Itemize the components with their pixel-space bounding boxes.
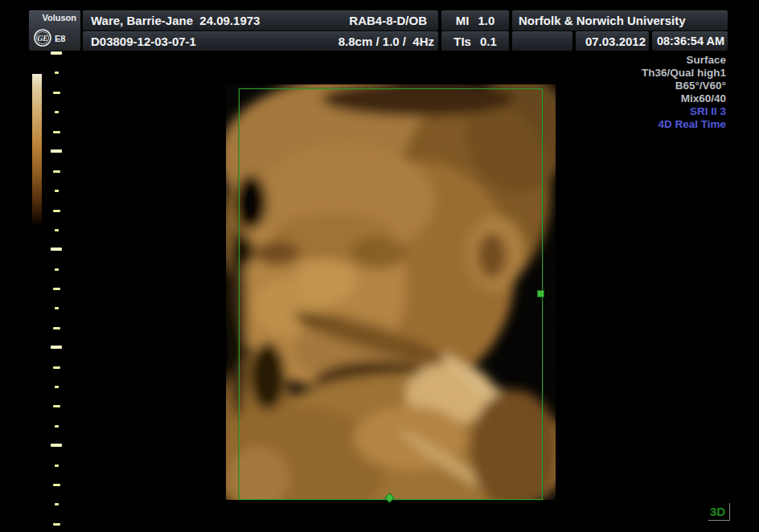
- mode-badge: 3D: [708, 503, 730, 521]
- ultrasound-screen: Voluson GE E8 Ware, Barrie-Jane 24.09.19…: [0, 0, 759, 532]
- roi-render-box[interactable]: [239, 88, 543, 500]
- render-setting-surface: Surface: [642, 54, 726, 67]
- roi-handle-right[interactable]: [537, 290, 544, 297]
- render-setting-4d-real-time: 4D Real Time: [642, 118, 726, 131]
- render-setting-mix60-40: Mix60/40: [642, 92, 726, 105]
- render-setting-th36-qual-high1: Th36/Qual high1: [642, 67, 726, 80]
- render-settings: SurfaceTh36/Qual high1B65°/V60°Mix60/40S…: [642, 54, 726, 131]
- render-setting-sri-ii-3: SRI II 3: [642, 105, 726, 118]
- render-setting-b65-v60-: B65°/V60°: [642, 80, 726, 92]
